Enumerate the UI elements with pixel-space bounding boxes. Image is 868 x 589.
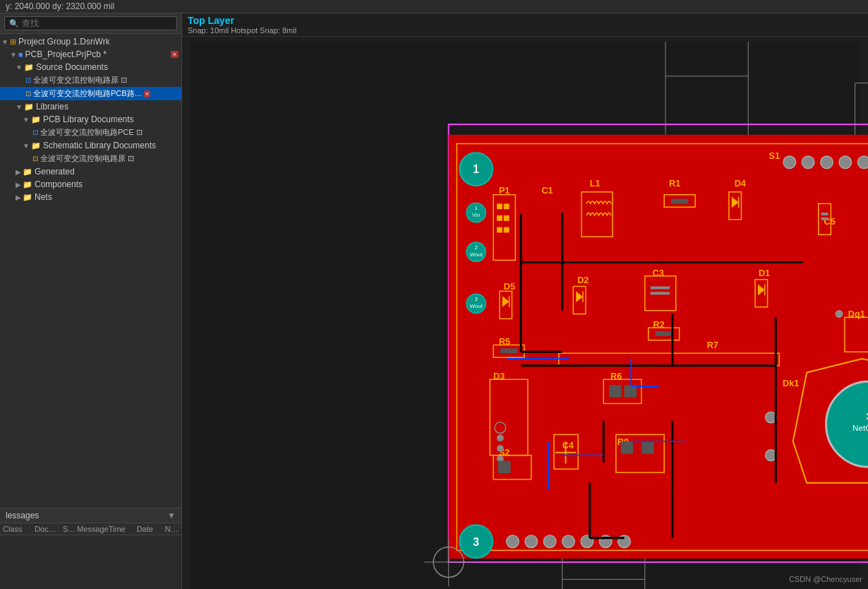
svg-point-49 xyxy=(783,156,796,169)
svg-point-51 xyxy=(821,156,833,169)
messages-collapse[interactable]: ▼ xyxy=(167,511,176,520)
expand-arrow: ▼ xyxy=(1,38,8,46)
search-input[interactable] xyxy=(22,18,172,28)
svg-point-108 xyxy=(507,535,519,548)
svg-rect-38 xyxy=(504,227,510,233)
sch-lib-label: Schematic Library Documents xyxy=(43,141,156,150)
components-group[interactable]: ▶ 📁 Components xyxy=(0,178,181,191)
pcb-lib-file[interactable]: ⊡ 全波可变交流控制电路PCE ⊡ xyxy=(0,126,181,139)
svg-text:Wout: Wout xyxy=(470,303,483,309)
components-label: Components xyxy=(35,179,83,189)
svg-point-111 xyxy=(562,535,575,548)
nets-group[interactable]: ▶ 📁 Nets xyxy=(0,191,181,203)
svg-text:1: 1 xyxy=(475,205,478,211)
sch-lib-file[interactable]: ⊡ 全波可变交流控制电路原 ⊡ xyxy=(0,152,181,165)
search-area: 🔍 xyxy=(0,13,181,34)
pcb-lib-label: PCB Library Documents xyxy=(43,114,134,124)
project-group-label: Project Group 1.DsnWrk xyxy=(18,37,110,47)
svg-rect-61 xyxy=(821,213,828,215)
expand-arrow: ▼ xyxy=(16,103,23,111)
svg-text:D2: D2 xyxy=(577,275,589,285)
svg-text:C1: C1 xyxy=(541,186,553,196)
source-docs-label: Source Documents xyxy=(36,62,108,72)
sch-lib-file-icon: ⊡ xyxy=(32,155,38,162)
left-panel: 🔍 ▼ ⊞ Project Group 1.DsnWrk ▼ ■ PCB_Pro… xyxy=(0,13,182,589)
canvas-info-bar: Top Layer Snap: 10mil Hotspot Snap: 8mil xyxy=(182,13,868,37)
canvas-area[interactable]: Top Layer Snap: 10mil Hotspot Snap: 8mil… xyxy=(182,13,868,589)
svg-point-53 xyxy=(857,156,868,169)
pcb-canvas[interactable]: 1 2 3 4 P1 C1 L1 R1 D4 S1 R3 D5 D2 C3 xyxy=(182,42,868,589)
svg-rect-107 xyxy=(498,460,511,473)
modified-badge: × xyxy=(171,51,179,58)
search-icon: 🔍 xyxy=(9,19,19,28)
svg-rect-36 xyxy=(504,215,510,221)
coords-text: y: 2040.000 dy: 2320.000 mil xyxy=(6,1,114,11)
layer-name: Top Layer xyxy=(188,15,862,26)
lib-folder-icon: 📁 xyxy=(24,102,34,112)
snap-info: Snap: 10mil Hotspot Snap: 8mil xyxy=(188,26,862,35)
svg-text:S1: S1 xyxy=(769,151,780,161)
svg-text:D3: D3 xyxy=(493,371,505,381)
svg-text:R7: R7 xyxy=(707,340,718,350)
source-docs-group[interactable]: ▼ 📁 Source Documents xyxy=(0,61,181,73)
svg-text:3: 3 xyxy=(475,296,478,302)
col-class: Class xyxy=(3,525,35,533)
svg-rect-2 xyxy=(449,135,868,559)
svg-rect-37 xyxy=(497,227,502,233)
generated-label: Generated xyxy=(35,167,75,177)
pcb-lib-folder-icon: 📁 xyxy=(31,115,41,124)
col-date: Date xyxy=(137,525,165,533)
corner-3: 3 xyxy=(473,536,479,548)
svg-point-79 xyxy=(836,311,843,318)
generated-group[interactable]: ▶ 📁 Generated xyxy=(0,165,181,178)
svg-rect-70 xyxy=(651,287,670,290)
gen-folder-icon: 📁 xyxy=(23,167,32,177)
source-file-2[interactable]: ⊡ 全波可变交流控制电路PCB路… × xyxy=(0,87,181,100)
svg-rect-104 xyxy=(621,441,634,454)
svg-point-50 xyxy=(802,156,814,169)
pcb-lib-file-label: 全波可变交流控制电路PCE ⊡ xyxy=(40,127,143,138)
cap-label-net: NetC4_1 xyxy=(852,423,868,432)
libraries-group[interactable]: ▼ 📁 Libraries xyxy=(0,100,181,113)
svg-rect-62 xyxy=(821,218,828,220)
expand-arrow: ▼ xyxy=(23,116,30,124)
svg-text:D5: D5 xyxy=(504,282,515,292)
col-n: N… xyxy=(165,525,183,533)
svg-text:R5: R5 xyxy=(499,337,510,347)
corner-1: 1 xyxy=(473,163,479,175)
expand-arrow: ▶ xyxy=(16,168,21,176)
source-file-1-label: 全波可变交流控制电路原 ⊡ xyxy=(33,75,127,85)
svg-rect-34 xyxy=(504,203,510,209)
svg-point-110 xyxy=(543,535,556,548)
pcb-project[interactable]: ▼ ■ PCB_Project.PrjPcb * × xyxy=(0,48,181,61)
svg-text:C3: C3 xyxy=(653,268,664,278)
source-file-2-label: 全波可变交流控制电路PCB路… xyxy=(33,88,143,99)
svg-rect-84 xyxy=(500,348,517,353)
svg-rect-33 xyxy=(497,203,502,209)
messages-panel: lessages ▼ Class Doc… S… Message Time Da… xyxy=(0,508,181,589)
svg-text:P1: P1 xyxy=(499,186,510,196)
pcb-lib-file-icon: ⊡ xyxy=(32,129,38,136)
project-group[interactable]: ▼ ⊞ Project Group 1.DsnWrk xyxy=(0,35,181,48)
col-doc: Doc… xyxy=(35,525,63,533)
svg-rect-77 xyxy=(655,331,672,336)
svg-text:2: 2 xyxy=(475,244,478,251)
pcb-project-label: PCB_Project.PrjPcb * xyxy=(25,49,107,59)
col-s: S… xyxy=(63,525,77,533)
expand-arrow: ▶ xyxy=(16,194,21,201)
pcb-icon: ■ xyxy=(18,50,23,59)
source-file-1[interactable]: ⊡ 全波可变交流控制电路原 ⊡ xyxy=(0,73,181,87)
pcb-file-icon: ⊡ xyxy=(25,90,31,97)
expand-arrow: ▼ xyxy=(10,51,17,59)
sch-lib-group[interactable]: ▼ 📁 Schematic Library Documents xyxy=(0,139,181,152)
svg-rect-35 xyxy=(497,215,502,221)
folder-icon: 📁 xyxy=(24,63,34,72)
svg-point-52 xyxy=(839,156,852,169)
svg-text:R6: R6 xyxy=(610,371,622,381)
col-message: Message xyxy=(77,525,109,533)
svg-text:D1: D1 xyxy=(759,268,770,278)
pcb-lib-group[interactable]: ▼ 📁 PCB Library Documents xyxy=(0,113,181,126)
expand-arrow: ▼ xyxy=(16,64,23,71)
svg-text:R1: R1 xyxy=(669,179,680,189)
expand-arrow: ▼ xyxy=(23,142,30,150)
